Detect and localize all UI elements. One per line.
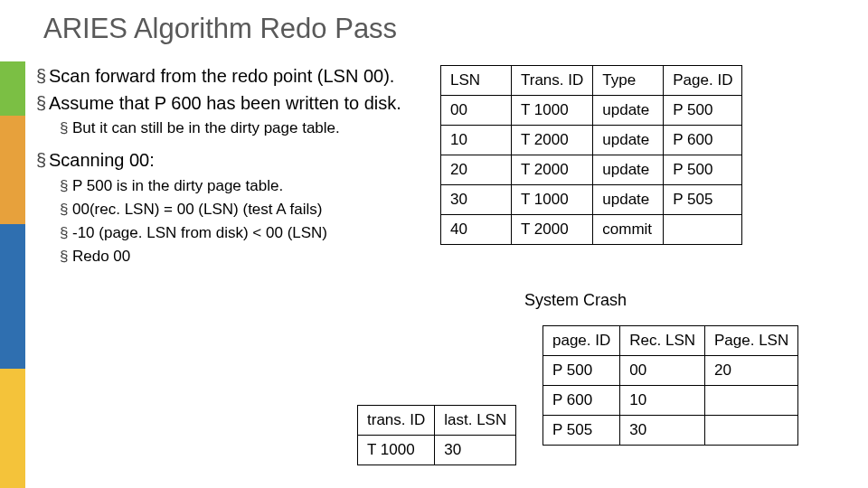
table-row: 20 T 2000 update P 500 — [441, 155, 742, 185]
table-row: 10 T 2000 update P 600 — [441, 126, 742, 155]
bullet-2a: But it can still be in the dirty page ta… — [60, 118, 425, 138]
bullet-3c: -10 (page. LSN from disk) < 00 (LSN) — [60, 223, 425, 243]
table-row: 30 T 1000 update P 505 — [441, 185, 742, 215]
bullet-1: Scan forward from the redo point (LSN 00… — [36, 65, 425, 89]
dirty-page-table: page. ID Rec. LSN Page. LSN P 500 00 20 … — [542, 325, 798, 446]
bullet-3d: Redo 00 — [60, 247, 425, 267]
bullet-2: Assume that P 600 has been written to di… — [36, 92, 425, 116]
transaction-table: trans. ID last. LSN T 1000 30 — [357, 405, 516, 465]
crash-label: System Crash — [524, 291, 627, 310]
table-row: P 505 30 — [543, 416, 798, 446]
table-row: T 1000 30 — [358, 436, 516, 465]
table-row: LSN Trans. ID Type Page. ID — [441, 66, 742, 96]
table-row: page. ID Rec. LSN Page. LSN — [543, 326, 798, 356]
table-row: 40 T 2000 commit — [441, 215, 742, 245]
table-row: P 600 10 — [543, 386, 798, 416]
table-row: P 500 00 20 — [543, 356, 798, 386]
side-color-stripes — [0, 61, 25, 488]
bullet-3a: P 500 is in the dirty page table. — [60, 176, 425, 196]
table-row: trans. ID last. LSN — [358, 406, 516, 436]
slide-title: ARIES Algorithm Redo Pass — [43, 13, 397, 45]
log-table: LSN Trans. ID Type Page. ID 00 T 1000 up… — [440, 65, 742, 245]
bullet-list: Scan forward from the redo point (LSN 00… — [36, 65, 425, 270]
bullet-3b: 00(rec. LSN) = 00 (LSN) (test A fails) — [60, 200, 425, 220]
bullet-3: Scanning 00: — [36, 149, 425, 173]
table-row: 00 T 1000 update P 500 — [441, 96, 742, 126]
